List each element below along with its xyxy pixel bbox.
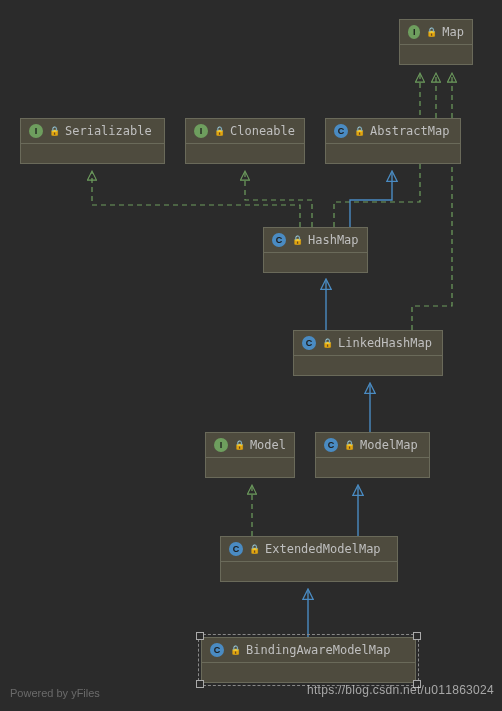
lock-icon: 🔒	[49, 126, 59, 136]
class-icon: C	[334, 124, 348, 138]
lock-icon: 🔒	[214, 126, 224, 136]
class-node-modelmap[interactable]: C🔒ModelMap	[315, 432, 430, 478]
node-body	[400, 44, 472, 64]
node-body	[326, 143, 460, 163]
interface-icon: I	[214, 438, 228, 452]
node-label: HashMap	[308, 233, 359, 247]
node-label: Map	[442, 25, 464, 39]
node-body	[186, 143, 304, 163]
interface-icon: I	[29, 124, 43, 138]
node-body	[264, 252, 367, 272]
watermark-label: https://blog.csdn.net/u011863024	[307, 683, 494, 697]
lock-icon: 🔒	[426, 27, 436, 37]
class-node-linkedhashmap[interactable]: C🔒LinkedHashMap	[293, 330, 443, 376]
node-label: LinkedHashMap	[338, 336, 432, 350]
class-icon: C	[302, 336, 316, 350]
node-label: ModelMap	[360, 438, 418, 452]
node-body	[21, 143, 164, 163]
lock-icon: 🔒	[292, 235, 302, 245]
lock-icon: 🔒	[344, 440, 354, 450]
class-icon: C	[229, 542, 243, 556]
class-icon: C	[272, 233, 286, 247]
class-node-map[interactable]: I🔒Map	[399, 19, 473, 65]
node-label: Serializable	[65, 124, 152, 138]
node-label: Model	[250, 438, 286, 452]
node-body	[206, 457, 294, 477]
class-icon: C	[324, 438, 338, 452]
node-label: Cloneable	[230, 124, 295, 138]
node-label: ExtendedModelMap	[265, 542, 381, 556]
diagram-canvas: I🔒MapI🔒SerializableI🔒CloneableC🔒Abstract…	[0, 0, 502, 711]
interface-icon: I	[408, 25, 420, 39]
class-node-hashmap[interactable]: C🔒HashMap	[263, 227, 368, 273]
lock-icon: 🔒	[322, 338, 332, 348]
powered-by-label: Powered by yFiles	[10, 687, 100, 699]
lock-icon: 🔒	[249, 544, 259, 554]
class-node-bindingawaremodelmap[interactable]: C🔒BindingAwareModelMap	[201, 637, 416, 683]
node-label: AbstractMap	[370, 124, 449, 138]
class-node-model[interactable]: I🔒Model	[205, 432, 295, 478]
class-icon: C	[210, 643, 224, 657]
lock-icon: 🔒	[234, 440, 244, 450]
node-body	[316, 457, 429, 477]
lock-icon: 🔒	[354, 126, 364, 136]
class-node-serializable[interactable]: I🔒Serializable	[20, 118, 165, 164]
node-label: BindingAwareModelMap	[246, 643, 391, 657]
class-node-extendedmodelmap[interactable]: C🔒ExtendedModelMap	[220, 536, 398, 582]
lock-icon: 🔒	[230, 645, 240, 655]
node-body	[221, 561, 397, 581]
interface-icon: I	[194, 124, 208, 138]
class-node-abstractmap[interactable]: C🔒AbstractMap	[325, 118, 461, 164]
node-body	[294, 355, 442, 375]
class-node-cloneable[interactable]: I🔒Cloneable	[185, 118, 305, 164]
node-body	[202, 662, 415, 682]
